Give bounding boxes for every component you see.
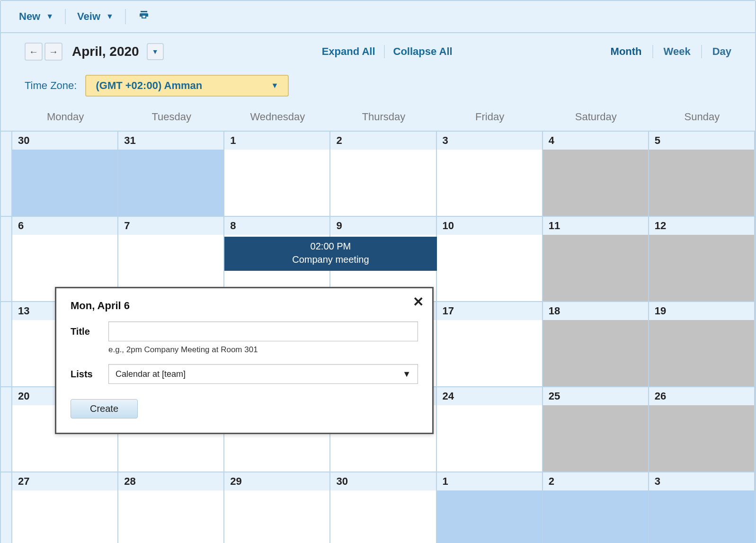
- prev-month-button[interactable]: ←: [25, 43, 43, 61]
- month-title: April, 2020: [72, 44, 139, 59]
- print-button[interactable]: [129, 6, 159, 27]
- event-time: 02:00 PM: [226, 240, 435, 253]
- day-body: [118, 490, 223, 543]
- day-number: 4: [543, 132, 648, 150]
- day-header: Monday: [12, 108, 118, 128]
- day-body: [12, 490, 117, 543]
- day-body: [118, 150, 223, 216]
- calendar-cell[interactable]: 18: [543, 302, 649, 387]
- calendar-cell[interactable]: 10: [437, 217, 543, 302]
- day-body: [224, 490, 329, 543]
- calendar-cell[interactable]: 11: [543, 217, 649, 302]
- calendar-cell[interactable]: 24: [437, 387, 543, 472]
- event-title: Company meeting: [226, 253, 435, 266]
- timezone-label: Time Zone:: [25, 80, 77, 92]
- close-button[interactable]: ✕: [413, 294, 424, 310]
- view-button[interactable]: Veiw ▼: [69, 7, 122, 27]
- calendar-cell[interactable]: 12: [649, 217, 755, 302]
- calendar-cell[interactable]: 31: [118, 132, 224, 217]
- timezone-value: (GMT +02:00) Amman: [96, 80, 202, 92]
- day-header: Tuesday: [118, 108, 224, 128]
- day-number: 17: [437, 302, 542, 320]
- day-header: Thursday: [330, 108, 436, 128]
- calendar-cell[interactable]: 2: [330, 132, 436, 217]
- calendar-cell[interactable]: 30: [12, 132, 118, 217]
- day-number: 8: [224, 217, 329, 235]
- day-number: 27: [12, 472, 117, 490]
- day-headers: Monday Tuesday Wednesday Thursday Friday…: [1, 108, 755, 131]
- day-body: [543, 405, 648, 472]
- day-body: [649, 490, 754, 543]
- day-body: [330, 150, 436, 216]
- dropdown-icon: ▼: [152, 48, 159, 55]
- calendar-cell[interactable]: 5: [649, 132, 755, 217]
- day-number: 2: [543, 472, 648, 490]
- view-week-link[interactable]: Week: [664, 45, 691, 58]
- day-body: [330, 490, 436, 543]
- day-header: Friday: [437, 108, 543, 128]
- day-number: 30: [12, 132, 117, 150]
- day-body: [437, 150, 542, 216]
- dropdown-icon: ▼: [271, 81, 279, 90]
- lists-select[interactable]: Calendar at [team] ▼: [108, 364, 418, 384]
- day-number: 3: [649, 472, 754, 490]
- day-number: 1: [224, 132, 329, 150]
- day-body: [543, 150, 648, 216]
- calendar-cell[interactable]: 17: [437, 302, 543, 387]
- arrow-right-icon: →: [49, 46, 58, 57]
- day-body: [437, 235, 542, 301]
- separator: [701, 45, 702, 58]
- week-gutter: [1, 132, 12, 217]
- day-body: [224, 150, 329, 216]
- create-button[interactable]: Create: [71, 399, 138, 418]
- collapse-all-link[interactable]: Collapse All: [393, 45, 453, 58]
- calendar-event[interactable]: 02:00 PMCompany meeting: [224, 237, 436, 271]
- day-number: 29: [224, 472, 329, 490]
- calendar-cell[interactable]: 2: [543, 472, 649, 543]
- week-gutter: [1, 387, 12, 472]
- expand-all-link[interactable]: Expand All: [322, 45, 375, 58]
- day-number: 1: [437, 472, 542, 490]
- week-gutter: [1, 472, 12, 543]
- new-event-popup: ✕ Mon, April 6 Title e.g., 2pm Company M…: [55, 287, 434, 434]
- separator: [65, 9, 66, 24]
- dropdown-icon: ▼: [46, 12, 53, 21]
- calendar-cell[interactable]: 3: [437, 132, 543, 217]
- next-month-button[interactable]: →: [44, 43, 62, 61]
- new-button[interactable]: New ▼: [10, 7, 62, 27]
- calendar-cell[interactable]: 26: [649, 387, 755, 472]
- separator: [384, 45, 385, 58]
- lists-value: Calendar at [team]: [116, 369, 186, 379]
- day-body: [543, 320, 648, 386]
- close-icon: ✕: [413, 294, 424, 309]
- arrow-left-icon: ←: [29, 46, 38, 57]
- day-body: [649, 405, 754, 472]
- calendar-cell[interactable]: 25: [543, 387, 649, 472]
- day-number: 19: [649, 302, 754, 320]
- dropdown-icon: ▼: [402, 369, 411, 379]
- separator: [652, 45, 653, 58]
- title-input[interactable]: [108, 321, 418, 341]
- view-month-link[interactable]: Month: [611, 45, 642, 58]
- separator: [125, 9, 126, 24]
- day-body: [543, 235, 648, 301]
- calendar-cell[interactable]: 1: [437, 472, 543, 543]
- calendar-cell[interactable]: 1: [224, 132, 330, 217]
- view-day-link[interactable]: Day: [712, 45, 731, 58]
- day-header: Saturday: [543, 108, 649, 128]
- month-dropdown[interactable]: ▼: [147, 43, 164, 60]
- calendar-cell[interactable]: 30: [330, 472, 436, 543]
- calendar-cell[interactable]: 19: [649, 302, 755, 387]
- day-body: [437, 320, 542, 386]
- calendar-cell[interactable]: 29: [224, 472, 330, 543]
- lists-label: Lists: [71, 369, 101, 380]
- day-number: 28: [118, 472, 223, 490]
- calendar-cell[interactable]: 28: [118, 472, 224, 543]
- timezone-row: Time Zone: (GMT +02:00) Amman ▼: [1, 65, 755, 108]
- day-number: 3: [437, 132, 542, 150]
- timezone-select[interactable]: (GMT +02:00) Amman ▼: [85, 75, 289, 97]
- day-body: [649, 235, 754, 301]
- calendar-cell[interactable]: 4: [543, 132, 649, 217]
- calendar-cell[interactable]: 27: [12, 472, 118, 543]
- calendar-cell[interactable]: 3: [649, 472, 755, 543]
